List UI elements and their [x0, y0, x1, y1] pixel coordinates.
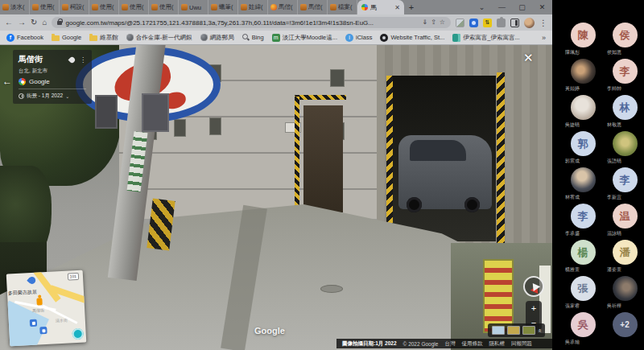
participant-avatar[interactable]: [613, 276, 638, 301]
participant-name: 侯姒恩: [607, 49, 621, 56]
bookmark-bank[interactable]: 合作金庫-新一代網銀: [126, 34, 192, 42]
tab-8[interactable]: 娃緯(: [238, 0, 268, 14]
bookmark-wiki-folder[interactable]: 維基館: [89, 34, 118, 42]
participant-avatar[interactable]: 李: [613, 167, 638, 192]
bookmark-post[interactable]: 網路郵局: [200, 34, 234, 42]
tab-10[interactable]: 馬偕(: [298, 0, 328, 14]
back-arrow-icon[interactable]: ←: [2, 76, 12, 87]
tab-0[interactable]: 淡水(: [0, 0, 30, 14]
minimap-poi-icon[interactable]: [30, 319, 37, 327]
photos-extension-icon[interactable]: [456, 19, 464, 27]
tab-2[interactable]: 柯設(: [60, 0, 89, 14]
participant-avatar[interactable]: [613, 131, 638, 156]
history-selector[interactable]: 街景 - 1月 2022 ⌄: [19, 89, 86, 100]
participant-avatar[interactable]: 李: [571, 204, 596, 229]
bookmark-moodle[interactable]: 淡江大學Moodle遠...: [272, 34, 337, 42]
participant-avatar[interactable]: 李: [613, 59, 638, 84]
bookmark-label: Facebook: [17, 34, 43, 41]
camera-extension-icon[interactable]: [469, 19, 478, 27]
share-icon[interactable]: ⇪: [431, 19, 436, 26]
tab-search-button[interactable]: ⌄: [472, 0, 492, 14]
tab-4[interactable]: 使用(: [119, 0, 149, 14]
tab-9[interactable]: 馬偕(: [268, 0, 298, 14]
participant-avatar[interactable]: 陳: [571, 23, 596, 47]
status-link-region[interactable]: 台灣: [444, 340, 455, 348]
bookmark-bing[interactable]: Bing: [242, 34, 264, 41]
address-bar[interactable]: google.com.tw/maps/@25.1721755,121.43788…: [52, 17, 451, 28]
minimap[interactable]: 101 多田榮吉故居 馬偕街 清水街: [6, 270, 87, 347]
close-street-view-icon[interactable]: ✕: [523, 51, 534, 64]
bookmark-facebook[interactable]: Facebook: [6, 34, 43, 42]
participant: 郭郭宸成: [565, 131, 601, 167]
close-window-button[interactable]: ✕: [532, 0, 552, 14]
status-link-privacy[interactable]: 隱私權: [489, 340, 505, 348]
back-button[interactable]: ←: [5, 19, 13, 27]
tab-1[interactable]: 使用(: [30, 0, 60, 14]
tab-7[interactable]: 蠟筆(: [208, 0, 238, 14]
compass-control[interactable]: [523, 276, 544, 297]
participant-name: 林敬恩: [607, 121, 621, 129]
thumbnail-satellite[interactable]: [522, 326, 535, 335]
tab-5[interactable]: 使用(: [149, 0, 179, 14]
participant-avatar[interactable]: 林: [613, 95, 638, 120]
facebook-icon: [6, 34, 14, 42]
participant-avatar[interactable]: 楊: [571, 240, 596, 265]
bookmark-iclass[interactable]: iClass: [345, 34, 372, 42]
participant-avatar[interactable]: [571, 95, 596, 120]
minimap-poi-icon[interactable]: [39, 327, 47, 334]
browser-menu-icon[interactable]: ⋮: [539, 19, 547, 27]
tab-active-maps[interactable]: 馬 ✕: [357, 0, 404, 14]
home-button[interactable]: ⌂: [42, 19, 47, 27]
tab-11[interactable]: 檔案(: [328, 0, 357, 14]
participant-avatar[interactable]: 侯: [613, 23, 638, 47]
participant-avatar[interactable]: [571, 167, 596, 192]
bookmark-google-folder[interactable]: Google: [52, 34, 81, 41]
extensions-puzzle-icon[interactable]: [497, 19, 506, 27]
participant-overflow-avatar[interactable]: +2: [613, 312, 638, 337]
minimap-explore-button[interactable]: [72, 328, 84, 340]
bookmark-star-icon[interactable]: ☆: [440, 19, 445, 26]
map-pin-icon[interactable]: [68, 56, 76, 64]
tab-3[interactable]: 使用(: [89, 0, 119, 14]
thumbnail-map[interactable]: [492, 326, 505, 335]
zoom-in-button[interactable]: +: [526, 301, 542, 315]
participant-avatar[interactable]: 郭: [571, 131, 596, 156]
route-badge: 101: [67, 273, 79, 281]
card-menu-icon[interactable]: ⋮: [80, 56, 86, 64]
tab-favicon-icon: [92, 4, 98, 10]
bookmark-aesop[interactable]: 伊索寓言_伊索寓言...: [452, 34, 519, 42]
pegman-icon[interactable]: [36, 294, 43, 305]
bookmark-website-traffic[interactable]: Website Traffic, St...: [380, 34, 444, 42]
tab-label: 馬偕(: [308, 3, 323, 11]
participant-avatar[interactable]: 張: [571, 276, 596, 301]
profile-avatar[interactable]: [524, 18, 535, 28]
brand-label: Google: [29, 78, 50, 85]
status-link-report[interactable]: 回報問題: [511, 340, 532, 348]
participant: 温温詠晴: [607, 204, 642, 240]
thumbnail-terrain[interactable]: [507, 326, 520, 335]
install-icon[interactable]: ⇓: [422, 19, 427, 26]
tab-close-icon[interactable]: ✕: [394, 4, 400, 11]
minimap-marker-icon[interactable]: [27, 275, 37, 286]
forward-button[interactable]: →: [18, 19, 26, 27]
status-link-terms[interactable]: 使用條款: [461, 340, 482, 348]
collapse-chevron-icon[interactable]: «: [536, 328, 543, 331]
new-tab-button[interactable]: +: [404, 0, 419, 14]
minimize-button[interactable]: —: [492, 0, 512, 14]
url-text[interactable]: google.com.tw/maps/@25.1721755,121.43788…: [65, 19, 419, 27]
hazard-stripe-top: [295, 95, 346, 100]
bookmarks-overflow-icon[interactable]: »: [542, 34, 546, 42]
bookmarks-bar: Facebook Google 維基館 合作金庫-新一代網銀 網路郵局 Bing…: [0, 31, 552, 45]
participant-name: 李新宜: [607, 194, 621, 201]
participant-avatar[interactable]: 温: [613, 204, 638, 229]
side-panel-icon[interactable]: [510, 19, 519, 27]
yellow-extension-icon[interactable]: ⇅: [483, 19, 492, 27]
participant-avatar[interactable]: 吳: [571, 312, 596, 337]
tab-6[interactable]: Uwu: [179, 0, 208, 14]
street-view-canvas[interactable]: ✕ ← 馬偕街 ⋮ 台北, 新北市 Google 街景 - 1月 2022 ⌄: [0, 45, 552, 350]
participant-name: 吳承翰: [565, 339, 580, 346]
reload-button[interactable]: ↻: [31, 19, 37, 27]
maximize-button[interactable]: ▢: [512, 0, 532, 14]
participant-avatar[interactable]: [571, 59, 596, 84]
participant-avatar[interactable]: 潘: [613, 240, 638, 265]
